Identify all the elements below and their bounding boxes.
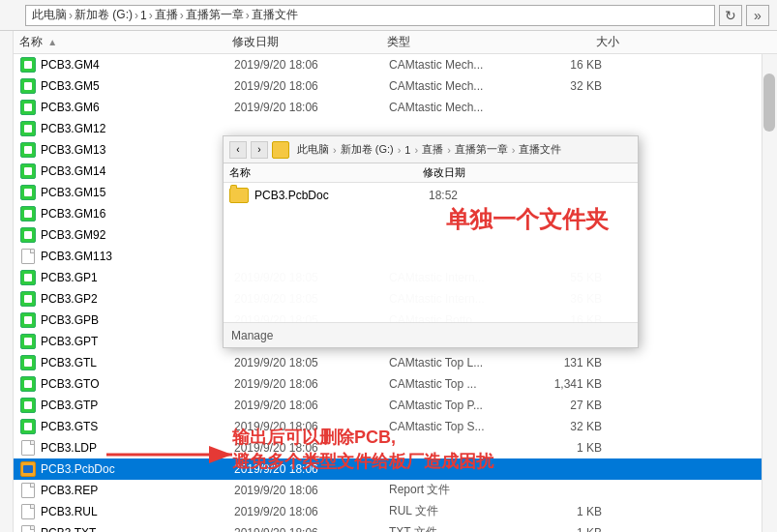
file-date: 2019/9/20 18:06 — [234, 58, 389, 72]
green-icon — [20, 398, 36, 413]
file-name: PCB3.GTO — [41, 377, 234, 391]
col-header-type[interactable]: 类型 — [387, 34, 542, 50]
popup-col-header-name[interactable]: 名称 — [229, 165, 423, 180]
file-icon-cell — [19, 482, 37, 499]
file-name: PCB3.GP1 — [41, 271, 234, 284]
file-name: PCB3.GM13 — [41, 143, 234, 157]
file-date: 2019/9/20 18:06 — [234, 377, 389, 391]
green-icon — [20, 78, 36, 94]
file-row[interactable]: PCB3.GTO 2019/9/20 18:06 CAMtastic Top .… — [0, 373, 777, 395]
file-date: 2019/9/20 18:06 — [234, 484, 389, 497]
file-type: Report 文件 — [389, 482, 544, 498]
popup-back-button[interactable]: ‹ — [229, 141, 247, 159]
file-icon-cell — [19, 503, 37, 520]
file-size: 32 KB — [544, 420, 621, 433]
refresh-button[interactable]: ↻ — [719, 5, 742, 26]
file-name: PCB3.GM92 — [41, 228, 234, 242]
file-name: PCB3.GM4 — [41, 58, 234, 72]
file-icon — [21, 483, 35, 498]
file-row[interactable]: PCB3.GM6 2019/9/20 18:06 CAMtastic Mech.… — [0, 97, 777, 118]
green-icon — [20, 57, 36, 73]
file-date: 2019/9/20 18:05 — [234, 356, 389, 369]
green-icon — [20, 355, 36, 370]
popup-path-1: 此电脑 — [297, 142, 329, 157]
file-icon-cell — [19, 311, 37, 329]
file-date: 2019/9/20 18:06 — [234, 526, 389, 533]
file-row[interactable]: PCB3.REP 2019/9/20 18:06 Report 文件 — [0, 480, 777, 501]
file-name: PCB3.TXT — [41, 526, 234, 533]
col-header-size[interactable]: 大小 — [542, 34, 619, 50]
sep-5: › — [246, 9, 250, 22]
popup-manage-text: Manage — [231, 329, 273, 342]
sep-4: › — [180, 9, 184, 22]
file-name: PCB3.GTS — [41, 420, 234, 433]
popup-col-header-date[interactable]: 修改日期 — [423, 165, 539, 180]
file-date: 2019/9/20 18:06 — [234, 79, 389, 93]
file-icon-cell — [19, 99, 37, 116]
col-header-date[interactable]: 修改日期 — [232, 34, 387, 50]
file-type: TXT 文件 — [389, 524, 544, 532]
file-row[interactable]: PCB3.GTL 2019/9/20 18:05 CAMtastic Top L… — [0, 352, 777, 373]
popup-forward-button[interactable]: › — [251, 141, 268, 159]
file-icon-cell — [19, 226, 37, 244]
file-icon-cell — [19, 248, 37, 265]
file-name: PCB3.LDP — [41, 441, 234, 455]
file-row[interactable]: PCB3.RUL 2019/9/20 18:06 RUL 文件 1 KB — [0, 501, 777, 522]
file-row[interactable]: PCB3.GTP 2019/9/20 18:06 CAMtastic Top P… — [0, 395, 777, 416]
file-icon-cell — [19, 163, 37, 180]
file-icon-cell — [19, 439, 37, 457]
path-part-6: 直播文件 — [252, 7, 298, 23]
file-row[interactable]: PCB3.TXT 2019/9/20 18:06 TXT 文件 1 KB — [0, 522, 777, 532]
file-name: PCB3.GPT — [41, 335, 234, 348]
file-name: PCB3.GM5 — [41, 79, 234, 93]
file-icon-cell — [19, 354, 37, 371]
sep-1: › — [69, 9, 73, 22]
popup-path-6: 直播文件 — [519, 142, 561, 157]
file-icon-cell — [19, 120, 37, 137]
file-name: PCB3.GPB — [41, 313, 234, 327]
more-button[interactable]: » — [746, 5, 769, 26]
file-icon-cell — [19, 418, 37, 435]
green-icon — [20, 163, 36, 179]
file-icon-cell — [19, 397, 37, 414]
popup-path-2: 新加卷 (G:) — [341, 142, 394, 157]
file-icon-cell — [19, 524, 37, 533]
file-size: 1,341 KB — [544, 377, 621, 391]
sort-arrow-icon: ▲ — [47, 37, 57, 47]
txt-icon — [21, 525, 35, 533]
file-row[interactable]: PCB3.GM4 2019/9/20 18:06 CAMtastic Mech.… — [0, 54, 777, 75]
address-bar-path[interactable]: 此电脑 › 新加卷 (G:) › 1 › 直播 › 直播第一章 › 直播文件 — [25, 5, 715, 26]
green-icon — [20, 206, 36, 222]
green-icon — [20, 227, 36, 243]
file-name: PCB3.RUL — [41, 505, 234, 518]
green-icon — [20, 291, 36, 307]
popup-path-5: 直播第一章 — [455, 142, 508, 157]
file-icon — [21, 440, 35, 456]
path-part-4: 直播 — [155, 7, 178, 23]
file-type: CAMtastic Mech... — [389, 58, 544, 72]
file-icon-cell — [19, 141, 37, 159]
file-icon-cell — [19, 184, 37, 201]
file-type: CAMtastic Top L... — [389, 356, 544, 369]
file-type: CAMtastic Top S... — [389, 420, 544, 433]
file-type: CAMtastic Mech... — [389, 79, 544, 93]
popup-path-4: 直播 — [422, 142, 443, 157]
popup-annotation-text: 单独一个文件夹 — [446, 204, 609, 235]
file-icon-cell — [19, 333, 37, 350]
green-icon — [20, 334, 36, 349]
scrollbar[interactable] — [762, 54, 777, 532]
file-name: PCB3.GM14 — [41, 164, 234, 178]
pcbdoc-icon — [20, 461, 36, 477]
popup-file-icon — [229, 186, 249, 205]
file-name: PCB3.GTP — [41, 399, 234, 412]
file-row[interactable]: PCB3.GM5 2019/9/20 18:06 CAMtastic Mech.… — [0, 75, 777, 97]
green-icon — [20, 100, 36, 115]
file-size: 1 KB — [544, 441, 621, 455]
col-header-name[interactable]: 名称 ▲ — [19, 34, 232, 50]
file-icon — [21, 504, 35, 519]
file-type: CAMtastic Top ... — [389, 377, 544, 391]
popup-manage-bar: Manage — [224, 322, 638, 347]
address-bar: 此电脑 › 新加卷 (G:) › 1 › 直播 › 直播第一章 › 直播文件 ↻… — [0, 0, 777, 31]
file-name: PCB3.GTL — [41, 356, 234, 369]
scrollbar-thumb[interactable] — [763, 74, 775, 132]
